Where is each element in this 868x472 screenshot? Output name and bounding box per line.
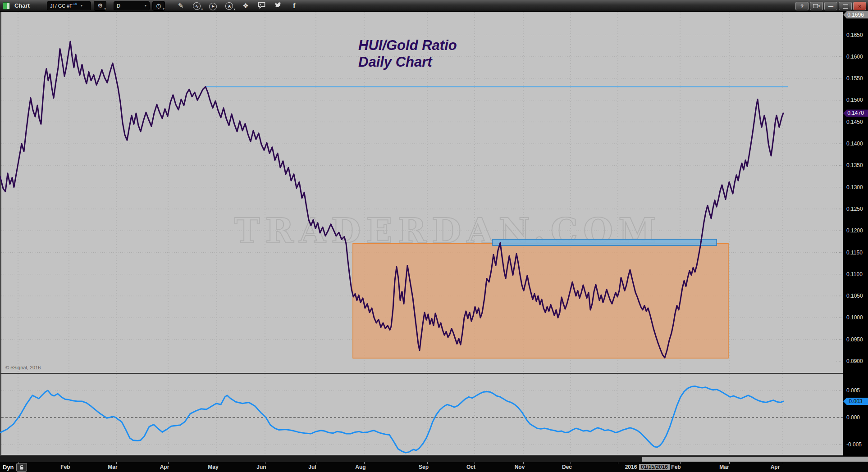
time-tick-label: 2016 xyxy=(625,464,637,470)
indicator-value-tag: 0.003 xyxy=(843,398,868,405)
horizontal-scrollbar[interactable] xyxy=(0,456,868,462)
last-price-tag: 0.1470 xyxy=(843,109,868,117)
esignal-credit: © eSignal, 2016 xyxy=(5,365,41,370)
crosshair-date-label: 01/15/2016 xyxy=(639,464,670,470)
time-axis-tick xyxy=(316,462,316,464)
time-axis-tick xyxy=(168,462,169,464)
pane-divider[interactable] xyxy=(0,373,843,374)
lock-icon xyxy=(19,465,24,470)
time-axis-tick xyxy=(18,462,18,464)
time-axis-tick xyxy=(475,462,475,464)
time-tick-label: Dec xyxy=(562,464,572,470)
time-tick-label: Apr xyxy=(160,464,169,470)
time-tick-label: Oct xyxy=(466,464,475,470)
resistance-bar[interactable] xyxy=(493,239,717,245)
time-axis-tick xyxy=(265,462,265,464)
time-tick-label: Jun xyxy=(256,464,266,470)
scrollbar-empty-region[interactable] xyxy=(642,457,868,462)
time-axis-tick xyxy=(783,462,783,464)
time-tick-label: Mar xyxy=(719,464,729,470)
time-tick-label: Feb xyxy=(60,464,70,470)
time-tick-label: May xyxy=(208,464,218,470)
time-tick-label: Mar xyxy=(108,464,117,470)
time-tick-label: Apr xyxy=(771,464,780,470)
chart-title: HUI/Gold Ratio Daily Chart xyxy=(358,37,457,70)
time-tick-label: Aug xyxy=(355,464,365,470)
time-axis[interactable]: Dyn FebMarAprMayJunJulAugSepOctNovDec201… xyxy=(0,462,868,472)
time-axis-tick xyxy=(69,462,69,464)
scale-lock-button[interactable] xyxy=(16,463,27,472)
time-axis-tick xyxy=(618,462,618,464)
time-axis-tick xyxy=(523,462,524,464)
time-axis-tick xyxy=(364,462,365,464)
chart-title-line2: Daily Chart xyxy=(358,54,457,70)
time-tick-label: Nov xyxy=(515,464,525,470)
chart-title-line1: HUI/Gold Ratio xyxy=(358,37,457,54)
time-axis-tick xyxy=(680,462,681,464)
time-axis-tick xyxy=(217,462,217,464)
chart-window: TRADERDAN.COM HUI/Gold Ratio Daily Chart… xyxy=(0,0,868,472)
time-axis-tick xyxy=(571,462,571,464)
axis-high-tag: 0.1696 xyxy=(843,11,868,18)
time-axis-tick xyxy=(427,462,428,464)
indicator-line xyxy=(0,386,783,453)
dyn-scale-label: Dyn xyxy=(3,464,14,471)
time-axis-tick xyxy=(729,462,730,464)
time-tick-label: Feb xyxy=(671,464,681,470)
time-axis-tick xyxy=(116,462,117,464)
dyn-scale-group: Dyn xyxy=(3,463,27,472)
time-tick-label: Sep xyxy=(419,464,429,470)
chart-canvas xyxy=(0,0,868,472)
time-tick-label: Jul xyxy=(308,464,316,470)
